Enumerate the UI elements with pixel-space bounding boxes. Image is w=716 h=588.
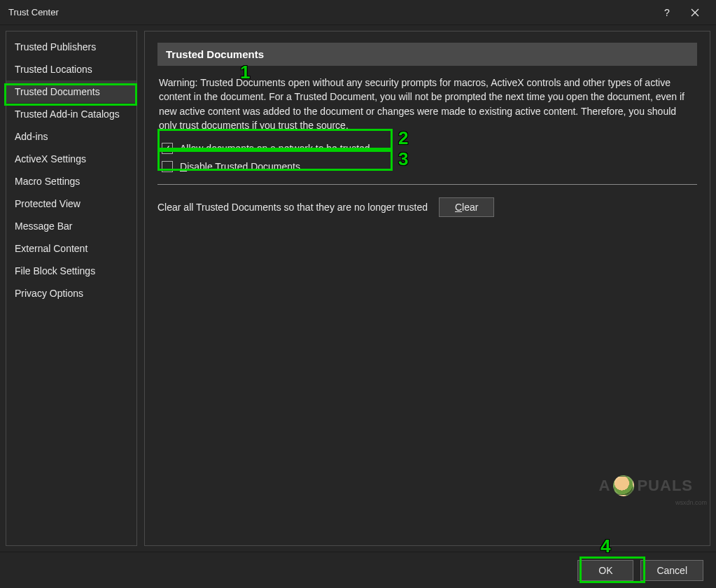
sidebar-item-trusted-documents[interactable]: Trusted Documents (6, 80, 136, 103)
sidebar-item-external-content[interactable]: External Content (6, 237, 136, 260)
clear-row: Clear all Trusted Documents so that they… (157, 197, 697, 217)
sidebar: Trusted Publishers Trusted Locations Tru… (6, 31, 137, 546)
checkbox-disable-trusted[interactable] (162, 161, 173, 172)
sidebar-item-file-block-settings[interactable]: File Block Settings (6, 260, 136, 282)
titlebar: Trust Center ? (0, 0, 716, 25)
clear-label: Clear all Trusted Documents so that they… (157, 202, 428, 213)
option-disable-label: Disable Trusted Documents (180, 161, 300, 172)
sidebar-item-trusted-locations[interactable]: Trusted Locations (6, 58, 136, 80)
footer: OK Cancel (0, 552, 716, 588)
warning-text: Warning: Trusted Documents open without … (157, 76, 697, 132)
checkbox-allow-network[interactable] (162, 143, 173, 154)
divider (157, 184, 697, 185)
option-allow-label: Allow documents on a network to be trust… (180, 143, 370, 154)
watermark-logo: A PUALS (599, 475, 693, 496)
main-panel: Trusted Documents Warning: Trusted Docum… (144, 31, 710, 546)
ok-button[interactable]: OK (577, 560, 633, 581)
sidebar-item-protected-view[interactable]: Protected View (6, 192, 136, 215)
clear-button[interactable]: Clear (439, 197, 494, 217)
sidebar-item-privacy-options[interactable]: Privacy Options (6, 282, 136, 304)
close-icon (691, 8, 699, 17)
help-button[interactable]: ? (653, 0, 681, 25)
option-disable-trusted-documents[interactable]: Disable Trusted Documents (157, 158, 697, 176)
window-title: Trust Center (8, 7, 653, 18)
sidebar-item-trusted-addin-catalogs[interactable]: Trusted Add-in Catalogs (6, 103, 136, 125)
sidebar-item-macro-settings[interactable]: Macro Settings (6, 170, 136, 192)
close-button[interactable] (681, 0, 709, 25)
sidebar-item-trusted-publishers[interactable]: Trusted Publishers (6, 36, 136, 58)
credit-text: wsxdn.com (675, 499, 707, 506)
content-area: Trusted Publishers Trusted Locations Tru… (0, 25, 716, 552)
sidebar-item-addins[interactable]: Add-ins (6, 125, 136, 148)
watermark-pre: A (599, 477, 611, 495)
sidebar-item-message-bar[interactable]: Message Bar (6, 215, 136, 237)
sidebar-item-activex-settings[interactable]: ActiveX Settings (6, 148, 136, 170)
avatar-icon (613, 475, 634, 496)
cancel-button[interactable]: Cancel (640, 560, 703, 581)
option-allow-network-trust[interactable]: Allow documents on a network to be trust… (157, 139, 697, 158)
section-header: Trusted Documents (157, 43, 697, 66)
watermark-post: PUALS (637, 477, 693, 495)
